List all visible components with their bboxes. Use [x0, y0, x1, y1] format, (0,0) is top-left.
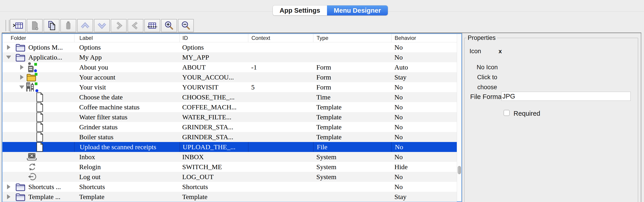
copy-button[interactable] — [44, 19, 60, 32]
id-cell: COFFEE_MACH... — [180, 102, 248, 112]
folder-cell — [2, 162, 74, 172]
insert-table-button[interactable] — [10, 19, 26, 32]
column-header-id[interactable]: ID — [180, 34, 248, 42]
table-row[interactable]: Water filter status WATER_FILTE... Templ… — [2, 112, 457, 122]
new-page-button[interactable] — [27, 19, 43, 32]
id-cell: WATER_FILTE... — [180, 112, 248, 122]
green-status-badge — [34, 63, 37, 66]
label-cell: Boiler status — [74, 132, 180, 142]
type-cell: System — [313, 152, 391, 162]
id-cell: UPLOAD_THE_... — [180, 142, 248, 152]
behavior-cell: No — [391, 112, 457, 122]
type-cell: Time — [313, 92, 391, 102]
column-header-folder[interactable]: Folder — [2, 34, 74, 42]
context-cell — [248, 52, 313, 62]
move-up-button[interactable] — [77, 19, 93, 32]
label-cell: Shortcuts — [74, 182, 180, 192]
required-checkbox[interactable] — [504, 110, 510, 116]
collapse-arrow-icon[interactable] — [19, 86, 24, 89]
id-cell: Template — [180, 192, 248, 202]
label-cell: Grinder status — [74, 122, 180, 132]
type-cell — [313, 182, 391, 192]
delete-table-button[interactable] — [144, 19, 160, 32]
paste-icon — [63, 21, 74, 30]
logout-icon — [28, 173, 36, 181]
column-header-behavior[interactable]: Behavior — [391, 34, 457, 42]
document-icon — [36, 142, 43, 152]
move-down-button[interactable] — [94, 19, 110, 32]
label-cell: My App — [74, 52, 180, 62]
tab-app-settings[interactable]: App Settings — [273, 5, 327, 15]
table-scrollbar[interactable] — [457, 34, 461, 201]
label-cell: Inbox — [74, 152, 180, 162]
context-cell — [248, 72, 313, 82]
expand-arrow-icon[interactable] — [7, 194, 10, 199]
table-row[interactable]: Your account YOUR_ACCOU... Form Stay — [2, 72, 457, 82]
icon-clear-button[interactable]: x — [498, 48, 502, 55]
paste-button[interactable] — [60, 19, 76, 32]
expand-arrow-icon[interactable] — [7, 184, 10, 189]
scrollbar-thumb[interactable] — [458, 166, 461, 174]
table-row[interactable]: Grinder status GRINDER_STA... Template N… — [2, 122, 457, 132]
move-right-button[interactable] — [111, 19, 126, 32]
zoom-in-button[interactable] — [161, 19, 177, 32]
table-row[interactable]: Log out LOG_OUT System No — [2, 172, 457, 182]
table-row[interactable]: Coffee machine status COFFEE_MACH... Tem… — [2, 102, 457, 112]
folder-cell — [2, 92, 74, 102]
behavior-cell: No — [391, 92, 457, 102]
behavior-cell: Auto — [391, 62, 457, 72]
table-row[interactable]: Relogin SWITCH_ME System Hide — [2, 162, 457, 172]
label-cell: Your account — [74, 72, 180, 82]
behavior-cell: Hide — [391, 162, 457, 172]
table-row[interactable]: About you ABOUT -1 Form Auto — [2, 62, 457, 72]
view-switcher: App Settings Menu Designer — [273, 5, 388, 15]
behavior-cell: No — [391, 52, 457, 62]
id-cell: LOG_OUT — [180, 172, 248, 182]
type-cell: Template — [313, 122, 391, 132]
expand-arrow-icon[interactable] — [20, 75, 24, 80]
column-header-context[interactable]: Context — [248, 34, 313, 42]
collapse-arrow-icon[interactable] — [6, 56, 11, 59]
expand-arrow-icon[interactable] — [20, 65, 24, 70]
icon-chooser[interactable]: No Icon Click to choose — [467, 62, 508, 92]
context-cell — [248, 112, 313, 122]
table-row[interactable]: Template ... Template Template Stay — [2, 192, 457, 202]
toolbar-drag-handle[interactable] — [6, 20, 10, 31]
file-format-input[interactable] — [501, 92, 630, 101]
move-up-icon — [80, 21, 90, 30]
move-left-button[interactable] — [128, 19, 144, 32]
table-row[interactable]: Applicatio... My App MY_APP No — [2, 52, 457, 62]
refresh-icon — [28, 163, 36, 171]
folder-name: Template ... — [28, 192, 60, 202]
table-row-selected[interactable]: Upload the scanned receipts UPLOAD_THE_.… — [2, 142, 457, 152]
expand-arrow-icon[interactable] — [7, 45, 10, 50]
zoom-out-button[interactable] — [178, 19, 194, 32]
id-cell: MY_APP — [180, 52, 248, 62]
tab-menu-designer[interactable]: Menu Designer — [327, 5, 388, 15]
type-cell: File — [313, 142, 391, 152]
folder-name: Options M... — [28, 42, 63, 52]
blue-status-badge — [36, 89, 38, 92]
table-row[interactable]: Shortcuts ... Shortcuts Shortcuts No — [2, 182, 457, 192]
type-cell — [313, 52, 391, 62]
folder-cell — [2, 112, 74, 122]
folder-cell — [2, 172, 74, 182]
behavior-cell: No — [391, 152, 457, 162]
id-cell: YOURVISIT — [180, 82, 248, 92]
context-cell — [248, 142, 313, 152]
folder-name: Applicatio... — [28, 52, 62, 62]
required-label: Required — [514, 110, 540, 117]
type-cell: Form — [313, 62, 391, 72]
table-row[interactable]: Options M... Options Options No — [2, 42, 457, 52]
blue-status-badge — [34, 69, 37, 72]
table-row[interactable]: Choose the date CHOOSE_THE_... Time No — [2, 92, 457, 102]
table-row[interactable]: Boiler status GRINDER_STA... Template No — [2, 132, 457, 142]
label-cell: Log out — [74, 172, 180, 182]
column-header-label[interactable]: Label — [74, 34, 180, 42]
id-cell: GRINDER_STA... — [180, 132, 248, 142]
table-row[interactable]: Inbox INBOX System No — [2, 152, 457, 162]
column-header-type[interactable]: Type — [313, 34, 391, 42]
table-row[interactable]: Your visit YOURVISIT 5 Form No — [2, 82, 457, 92]
type-cell: System — [313, 172, 391, 182]
context-cell — [248, 102, 313, 112]
